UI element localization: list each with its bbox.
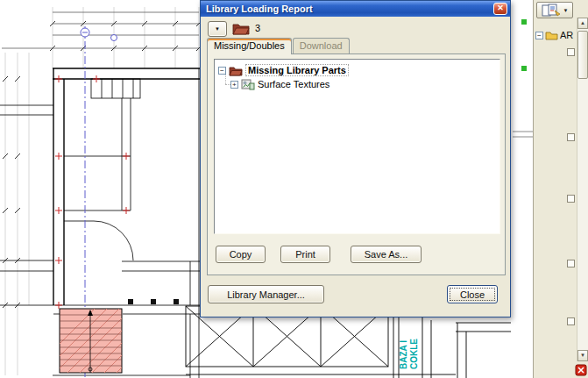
close-icon: ✕ [497,4,504,12]
scroll-up-button[interactable]: ▲ [577,18,588,29]
library-loading-report-dialog: Library Loading Report ✕ ▼ 3 Missing/Dou… [200,0,511,317]
documents-icon [542,4,563,17]
collapse-icon[interactable]: − [218,67,226,75]
dialog-titlebar[interactable]: Library Loading Report ✕ [201,1,510,17]
folder-icon [229,65,243,76]
dialog-close-button[interactable]: ✕ [493,3,507,15]
missing-doubles-tabpage: − Missing Library Parts + [207,53,506,275]
dialog-title: Library Loading Report [206,4,493,14]
tab-download[interactable]: Download [293,38,350,53]
report-options-dropdown-button[interactable]: ▼ [208,21,227,37]
print-button[interactable]: Print [280,246,330,263]
plan-annotation-cokle: COKLE [409,339,419,369]
staircase [26,276,213,377]
red-x-icon [575,364,587,376]
scroll-down-button[interactable]: ▼ [577,350,588,361]
tree-item-surface-textures[interactable]: + Surface Textures [230,77,496,91]
plan-annotations: BAZA I COKLE [399,339,419,369]
scrollbar-thumb[interactable] [577,31,588,79]
tree-node-stub[interactable] [567,317,575,325]
project-chooser-button[interactable]: ▼ [536,2,573,18]
tree-item-label: Surface Textures [258,79,329,89]
tree-node-stub[interactable] [567,48,575,56]
library-folder-icon [545,30,558,40]
missing-count: 3 [255,23,260,33]
tree-node-stub[interactable] [567,195,575,203]
exterior-walls [53,68,200,305]
library-part-icon [241,78,255,90]
missing-parts-tree[interactable]: − Missing Library Parts + [214,59,500,234]
tree-item-label: AR [560,30,573,40]
tree-node-stub[interactable] [567,133,575,141]
dimension-ticks [3,21,202,308]
expand-icon[interactable]: + [230,81,238,89]
close-button[interactable]: Close [447,285,498,303]
scrollbar-track[interactable] [577,29,588,350]
tree-item-missing-library-parts[interactable]: − Missing Library Parts [218,63,496,77]
column-markers [128,299,179,304]
dialog-body: ▼ 3 Missing/Doubles Download − [201,17,510,318]
save-as-button[interactable]: Save As... [351,246,422,263]
library-manager-button[interactable]: Library Manager... [208,285,324,303]
hotspot-crosses [55,75,130,309]
caret-down-icon: ▼ [563,8,569,13]
tab-missing-doubles[interactable]: Missing/Doubles [207,38,292,54]
dimension-lines [2,12,199,48]
navigator-panel: ▼ − AR ▲ ▼ [533,0,588,378]
selection-handles [513,19,533,137]
copy-button[interactable]: Copy [216,246,266,263]
collapse-icon[interactable]: − [535,32,543,39]
tree-item-label: Missing Library Parts [245,64,349,76]
tree-item-archicad-library[interactable]: − AR [535,30,573,40]
missing-parts-folder-icon [232,21,250,37]
error-status-icon[interactable] [575,364,587,376]
plan-annotation-baza: BAZA I [399,340,408,369]
vertical-scrollbar[interactable]: ▲ ▼ [577,18,588,361]
tree-node-stub[interactable] [567,260,575,267]
application-window: BAZA I COKLE ▼ − [0,0,588,378]
tab-strip: Missing/Doubles Download [207,38,351,53]
